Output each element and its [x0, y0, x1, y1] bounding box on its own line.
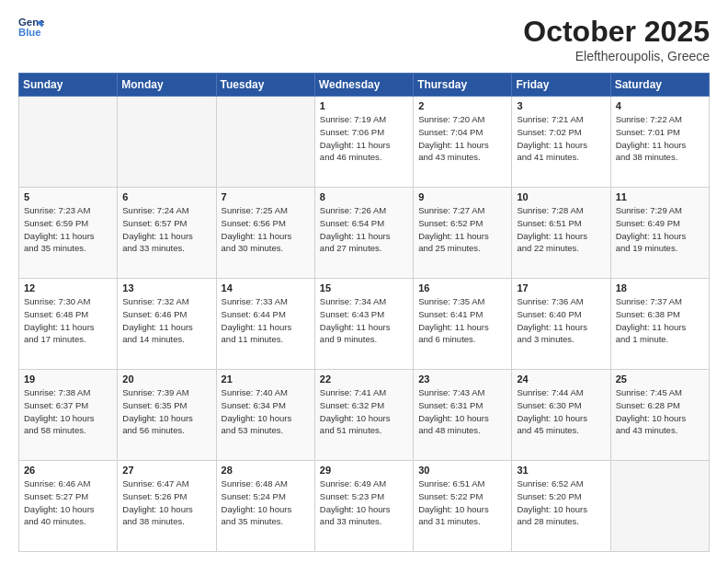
day-number: 2	[418, 100, 506, 111]
day-number: 31	[517, 465, 605, 476]
day-number: 3	[517, 100, 605, 111]
day-cell-3: 3Sunrise: 7:21 AM Sunset: 7:02 PM Daylig…	[512, 97, 610, 188]
day-cell-22: 22Sunrise: 7:41 AM Sunset: 6:32 PM Dayli…	[314, 370, 413, 461]
weekday-sunday: Sunday	[19, 74, 118, 97]
empty-cell	[216, 97, 314, 188]
day-number: 27	[122, 465, 210, 476]
svg-text:Blue: Blue	[18, 27, 41, 38]
day-number: 18	[616, 282, 704, 293]
page: General Blue October 2025 Eleftheroupoli…	[0, 0, 728, 563]
header: General Blue October 2025 Eleftheroupoli…	[18, 15, 710, 63]
day-cell-26: 26Sunrise: 6:46 AM Sunset: 5:27 PM Dayli…	[19, 461, 118, 552]
day-info: Sunrise: 6:52 AM Sunset: 5:20 PM Dayligh…	[517, 477, 605, 528]
day-number: 1	[320, 100, 408, 111]
day-info: Sunrise: 7:33 AM Sunset: 6:44 PM Dayligh…	[222, 295, 310, 346]
day-info: Sunrise: 7:39 AM Sunset: 6:35 PM Dayligh…	[122, 386, 210, 437]
day-info: Sunrise: 6:46 AM Sunset: 5:27 PM Dayligh…	[24, 477, 112, 528]
day-cell-14: 14Sunrise: 7:33 AM Sunset: 6:44 PM Dayli…	[216, 279, 314, 370]
weekday-monday: Monday	[118, 74, 216, 97]
day-number: 22	[320, 373, 408, 385]
day-info: Sunrise: 7:44 AM Sunset: 6:30 PM Dayligh…	[517, 386, 605, 437]
day-info: Sunrise: 7:43 AM Sunset: 6:31 PM Dayligh…	[418, 386, 506, 437]
day-number: 17	[517, 282, 605, 293]
day-number: 23	[418, 373, 506, 385]
empty-cell	[19, 97, 118, 188]
week-row-4: 26Sunrise: 6:46 AM Sunset: 5:27 PM Dayli…	[19, 461, 710, 552]
weekday-friday: Friday	[512, 74, 610, 97]
day-info: Sunrise: 7:24 AM Sunset: 6:57 PM Dayligh…	[122, 204, 210, 255]
day-info: Sunrise: 7:26 AM Sunset: 6:54 PM Dayligh…	[320, 204, 408, 255]
day-info: Sunrise: 7:28 AM Sunset: 6:51 PM Dayligh…	[517, 204, 605, 255]
week-row-1: 5Sunrise: 7:23 AM Sunset: 6:59 PM Daylig…	[19, 188, 710, 279]
day-info: Sunrise: 7:30 AM Sunset: 6:48 PM Dayligh…	[24, 295, 112, 346]
day-cell-1: 1Sunrise: 7:19 AM Sunset: 7:06 PM Daylig…	[314, 97, 413, 188]
day-info: Sunrise: 7:45 AM Sunset: 6:28 PM Dayligh…	[616, 386, 704, 437]
day-cell-19: 19Sunrise: 7:38 AM Sunset: 6:37 PM Dayli…	[19, 370, 118, 461]
day-number: 7	[222, 191, 310, 202]
day-cell-13: 13Sunrise: 7:32 AM Sunset: 6:46 PM Dayli…	[118, 279, 216, 370]
day-cell-11: 11Sunrise: 7:29 AM Sunset: 6:49 PM Dayli…	[610, 188, 709, 279]
day-info: Sunrise: 7:37 AM Sunset: 6:38 PM Dayligh…	[616, 295, 704, 346]
day-info: Sunrise: 7:27 AM Sunset: 6:52 PM Dayligh…	[418, 204, 506, 255]
day-number: 19	[24, 373, 112, 385]
day-info: Sunrise: 7:23 AM Sunset: 6:59 PM Dayligh…	[24, 204, 112, 255]
day-cell-27: 27Sunrise: 6:47 AM Sunset: 5:26 PM Dayli…	[118, 461, 216, 552]
day-cell-28: 28Sunrise: 6:48 AM Sunset: 5:24 PM Dayli…	[216, 461, 314, 552]
day-cell-2: 2Sunrise: 7:20 AM Sunset: 7:04 PM Daylig…	[414, 97, 512, 188]
weekday-thursday: Thursday	[414, 74, 512, 97]
day-cell-12: 12Sunrise: 7:30 AM Sunset: 6:48 PM Dayli…	[19, 279, 118, 370]
day-info: Sunrise: 7:19 AM Sunset: 7:06 PM Dayligh…	[320, 113, 408, 164]
day-info: Sunrise: 6:51 AM Sunset: 5:22 PM Dayligh…	[418, 477, 506, 528]
weekday-header-row: SundayMondayTuesdayWednesdayThursdayFrid…	[19, 74, 710, 97]
day-cell-9: 9Sunrise: 7:27 AM Sunset: 6:52 PM Daylig…	[414, 188, 512, 279]
weekday-wednesday: Wednesday	[314, 74, 413, 97]
day-number: 24	[517, 373, 605, 385]
day-number: 9	[418, 191, 506, 202]
day-info: Sunrise: 7:21 AM Sunset: 7:02 PM Dayligh…	[517, 113, 605, 164]
day-number: 16	[418, 282, 506, 293]
day-cell-25: 25Sunrise: 7:45 AM Sunset: 6:28 PM Dayli…	[610, 370, 709, 461]
day-info: Sunrise: 7:41 AM Sunset: 6:32 PM Dayligh…	[320, 386, 408, 437]
day-info: Sunrise: 7:25 AM Sunset: 6:56 PM Dayligh…	[222, 204, 310, 255]
day-cell-30: 30Sunrise: 6:51 AM Sunset: 5:22 PM Dayli…	[414, 461, 512, 552]
day-number: 26	[24, 465, 112, 476]
subtitle: Eleftheroupolis, Greece	[523, 49, 710, 63]
day-cell-21: 21Sunrise: 7:40 AM Sunset: 6:34 PM Dayli…	[216, 370, 314, 461]
week-row-0: 1Sunrise: 7:19 AM Sunset: 7:06 PM Daylig…	[19, 97, 710, 188]
weekday-saturday: Saturday	[610, 74, 709, 97]
day-number: 14	[222, 282, 310, 293]
day-info: Sunrise: 7:34 AM Sunset: 6:43 PM Dayligh…	[320, 295, 408, 346]
day-number: 4	[616, 100, 704, 111]
day-number: 12	[24, 282, 112, 293]
title-block: October 2025 Eleftheroupolis, Greece	[523, 15, 710, 63]
logo: General Blue	[18, 15, 44, 40]
day-number: 13	[122, 282, 210, 293]
calendar-table: SundayMondayTuesdayWednesdayThursdayFrid…	[18, 73, 710, 552]
day-cell-6: 6Sunrise: 7:24 AM Sunset: 6:57 PM Daylig…	[118, 188, 216, 279]
day-cell-31: 31Sunrise: 6:52 AM Sunset: 5:20 PM Dayli…	[512, 461, 610, 552]
day-cell-16: 16Sunrise: 7:35 AM Sunset: 6:41 PM Dayli…	[414, 279, 512, 370]
day-info: Sunrise: 7:29 AM Sunset: 6:49 PM Dayligh…	[616, 204, 704, 255]
day-cell-7: 7Sunrise: 7:25 AM Sunset: 6:56 PM Daylig…	[216, 188, 314, 279]
day-number: 28	[222, 465, 310, 476]
day-info: Sunrise: 7:35 AM Sunset: 6:41 PM Dayligh…	[418, 295, 506, 346]
day-info: Sunrise: 7:20 AM Sunset: 7:04 PM Dayligh…	[418, 113, 506, 164]
day-number: 5	[24, 191, 112, 202]
day-number: 11	[616, 191, 704, 202]
day-cell-18: 18Sunrise: 7:37 AM Sunset: 6:38 PM Dayli…	[610, 279, 709, 370]
day-cell-5: 5Sunrise: 7:23 AM Sunset: 6:59 PM Daylig…	[19, 188, 118, 279]
day-number: 21	[222, 373, 310, 385]
day-number: 15	[320, 282, 408, 293]
day-info: Sunrise: 7:32 AM Sunset: 6:46 PM Dayligh…	[122, 295, 210, 346]
day-number: 30	[418, 465, 506, 476]
week-row-2: 12Sunrise: 7:30 AM Sunset: 6:48 PM Dayli…	[19, 279, 710, 370]
day-info: Sunrise: 7:40 AM Sunset: 6:34 PM Dayligh…	[222, 386, 310, 437]
logo-icon: General Blue	[18, 15, 44, 40]
day-info: Sunrise: 7:36 AM Sunset: 6:40 PM Dayligh…	[517, 295, 605, 346]
day-number: 10	[517, 191, 605, 202]
day-number: 29	[320, 465, 408, 476]
day-info: Sunrise: 6:47 AM Sunset: 5:26 PM Dayligh…	[122, 477, 210, 528]
empty-cell	[118, 97, 216, 188]
day-cell-15: 15Sunrise: 7:34 AM Sunset: 6:43 PM Dayli…	[314, 279, 413, 370]
day-cell-29: 29Sunrise: 6:49 AM Sunset: 5:23 PM Dayli…	[314, 461, 413, 552]
